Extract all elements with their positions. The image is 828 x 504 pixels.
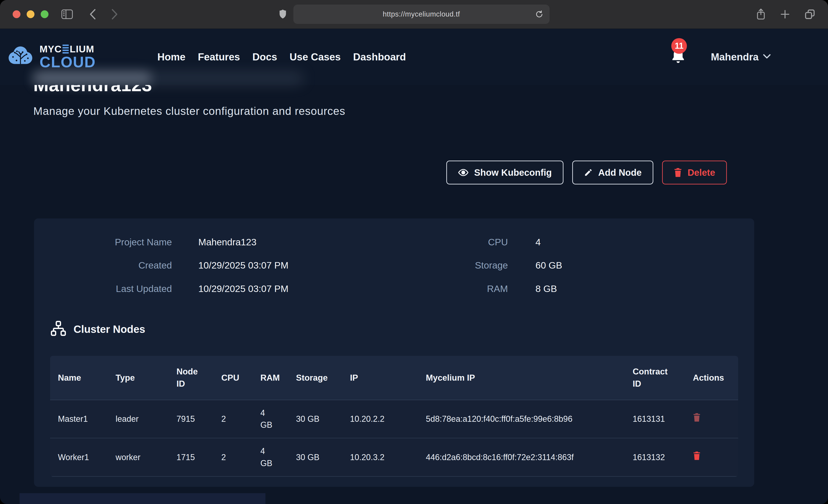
site-navbar: MYCLIUM CLOUD Home Features Docs Use Cas… [0, 29, 828, 85]
cell-contract-id: 1613132 [633, 438, 693, 476]
last-updated-value: 10/29/2025 03:07 PM [198, 283, 288, 295]
add-node-label: Add Node [598, 167, 641, 178]
cell-actions [693, 400, 738, 438]
new-tab-icon[interactable] [780, 9, 790, 19]
cell-cpu: 2 [221, 400, 260, 438]
col-mycelium-ip: Mycelium IP [426, 356, 633, 400]
delete-label: Delete [688, 167, 715, 178]
nodes-table-wrap: Name Type Node ID CPU RAM Storage IP Myc… [50, 356, 738, 477]
table-header-row: Name Type Node ID CPU RAM Storage IP Myc… [50, 356, 738, 400]
col-ram: RAM [260, 356, 296, 400]
blurred-title-glow [35, 73, 303, 84]
show-kubeconfig-label: Show Kubeconfig [474, 167, 552, 178]
nav-link-docs[interactable]: Docs [252, 51, 277, 63]
show-kubeconfig-button[interactable]: Show Kubeconfig [446, 161, 564, 184]
footer-strip [19, 493, 265, 504]
trash-icon [693, 413, 701, 423]
storage-label: Storage [430, 260, 508, 271]
ram-value: 8 GB [535, 283, 562, 295]
url-text: https://myceliumcloud.tf [383, 10, 460, 18]
cpu-label: CPU [430, 237, 508, 248]
cell-name: Worker1 [50, 438, 116, 476]
table-row: Master1 leader 7915 2 4 GB 30 GB 10.20.2… [50, 400, 738, 438]
col-actions: Actions [693, 356, 738, 400]
titlebar-right-actions [756, 8, 815, 20]
reload-icon[interactable] [535, 10, 543, 18]
sidebar-toggle-icon[interactable] [61, 9, 73, 19]
cell-ip: 10.20.3.2 [350, 438, 426, 476]
nodes-table: Name Type Node ID CPU RAM Storage IP Myc… [50, 356, 738, 477]
notifications-button[interactable]: 11 [671, 48, 686, 66]
traffic-lights [13, 10, 48, 18]
brand-logo[interactable]: MYCLIUM CLOUD [6, 44, 96, 70]
cell-storage: 30 GB [296, 400, 350, 438]
nav-link-use-cases[interactable]: Use Cases [290, 51, 341, 63]
nav-link-home[interactable]: Home [157, 51, 185, 63]
brand-line2: CLOUD [40, 54, 96, 70]
cell-ip: 10.20.2.2 [350, 400, 426, 438]
cluster-actions-row: Show Kubeconfig Add Node Delete [33, 161, 727, 184]
col-node-id: Node ID [176, 356, 221, 400]
cpu-value: 4 [535, 237, 562, 248]
tab-overview-icon[interactable] [804, 9, 815, 20]
page-content: Mahendra123 Manage your Kubernetes clust… [0, 75, 828, 487]
trash-icon [674, 168, 682, 177]
cell-node-id: 1715 [176, 438, 221, 476]
mycelium-cloud-logo-icon [6, 44, 35, 70]
add-node-button[interactable]: Add Node [572, 161, 653, 184]
brand-text: MYCLIUM CLOUD [40, 44, 96, 70]
address-bar-zone: https://myceliumcloud.tf [279, 5, 549, 24]
notification-count-badge: 11 [671, 38, 687, 54]
main-nav: Home Features Docs Use Cases Dashboard [157, 51, 406, 63]
user-menu[interactable]: Mahendra [711, 51, 771, 63]
col-name: Name [50, 356, 116, 400]
cell-mycelium-ip: 446:d2a6:8bcd:8c16:ff0f:72e2:3114:863f [426, 438, 633, 476]
delete-node-button[interactable] [693, 413, 701, 423]
cell-ram: 4 GB [260, 438, 296, 476]
created-value: 10/29/2025 03:07 PM [198, 260, 288, 271]
col-cpu: CPU [221, 356, 260, 400]
cluster-card: Project Name Mahendra123 Created 10/29/2… [34, 218, 754, 487]
project-name-value: Mahendra123 [198, 237, 288, 248]
table-row: Worker1 worker 1715 2 4 GB 30 GB 10.20.3… [50, 438, 738, 476]
minimize-window-button[interactable] [27, 10, 35, 18]
cell-type: leader [116, 400, 176, 438]
share-icon[interactable] [756, 8, 766, 20]
logo-e-glyph [63, 45, 69, 53]
chevron-down-icon [763, 54, 771, 60]
created-label: Created [50, 260, 172, 271]
nav-link-features[interactable]: Features [198, 51, 240, 63]
address-bar[interactable]: https://myceliumcloud.tf [293, 5, 549, 24]
nav-link-dashboard[interactable]: Dashboard [353, 51, 406, 63]
cell-storage: 30 GB [296, 438, 350, 476]
privacy-shield-icon[interactable] [279, 9, 287, 19]
storage-value: 60 GB [535, 260, 562, 271]
browser-titlebar: https://myceliumcloud.tf [0, 0, 828, 29]
col-contract-id: Contract ID [633, 356, 693, 400]
cluster-nodes-header: Cluster Nodes [50, 321, 738, 338]
eye-icon [458, 168, 468, 177]
cell-actions [693, 438, 738, 476]
cluster-info-left: Project Name Mahendra123 Created 10/29/2… [50, 237, 288, 295]
cell-mycelium-ip: 5d8:78ea:a120:f40c:ff0f:a5fe:99e6:8b96 [426, 400, 633, 438]
delete-node-button[interactable] [693, 451, 701, 461]
user-name: Mahendra [711, 51, 758, 63]
cell-ram: 4 GB [260, 400, 296, 438]
brand-line1-left: MYC [40, 44, 61, 54]
close-window-button[interactable] [13, 10, 20, 18]
forward-icon[interactable] [111, 9, 118, 20]
cluster-info: Project Name Mahendra123 Created 10/29/2… [50, 237, 738, 295]
cell-name: Master1 [50, 400, 116, 438]
navbar-right: 11 Mahendra [671, 48, 771, 66]
col-type: Type [116, 356, 176, 400]
zoom-window-button[interactable] [41, 10, 48, 18]
blurred-title-glow-core [32, 71, 152, 85]
trash-icon [693, 451, 701, 461]
brand-line1-right: LIUM [70, 44, 94, 54]
back-icon[interactable] [89, 9, 96, 20]
cell-contract-id: 1613131 [633, 400, 693, 438]
col-storage: Storage [296, 356, 350, 400]
project-name-label: Project Name [50, 237, 172, 248]
page-subtitle: Manage your Kubernetes cluster configura… [33, 105, 828, 117]
delete-cluster-button[interactable]: Delete [662, 161, 727, 184]
